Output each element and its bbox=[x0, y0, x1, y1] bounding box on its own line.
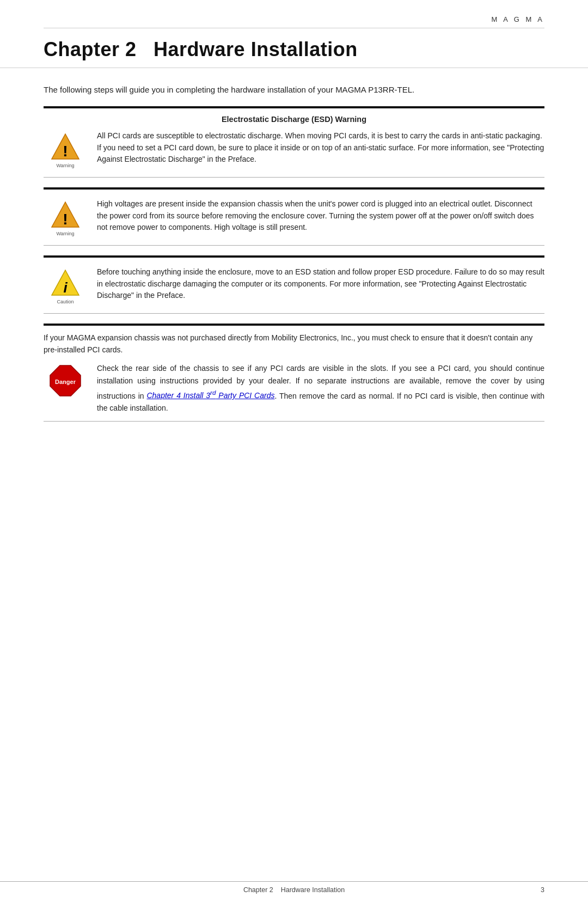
danger-top-text: If your MAGMA expansion chassis was not … bbox=[44, 332, 544, 356]
warning-triangle-icon-2: ! bbox=[50, 200, 81, 229]
esd-caution-box: i Caution Before touching anything insid… bbox=[44, 255, 544, 314]
danger-octagon-icon: Danger bbox=[49, 364, 82, 397]
esd-caution-text: Before touching anything inside the encl… bbox=[97, 266, 544, 302]
brand-label: M A G M A bbox=[492, 15, 544, 23]
intro-paragraph: The following steps will guide you in co… bbox=[0, 68, 588, 106]
esd-warning-icon-area: ! Warning bbox=[44, 130, 87, 168]
footer-section: Hardware Installation bbox=[281, 886, 345, 894]
high-voltage-warning-body: ! Warning High voltages are present insi… bbox=[44, 196, 544, 239]
page-footer: Chapter 2 Hardware Installation 3 bbox=[0, 881, 588, 894]
esd-warning-box: Electrostatic Discharge (ESD) Warning ! … bbox=[44, 106, 544, 178]
esd-caution-label: Caution bbox=[57, 299, 74, 304]
esd-caution-body: i Caution Before touching anything insid… bbox=[44, 264, 544, 307]
high-voltage-warning-label: Warning bbox=[56, 231, 74, 236]
danger-section: If your MAGMA expansion chassis was not … bbox=[44, 324, 544, 422]
footer-chapter-ref: Chapter 2 Hardware Installation bbox=[243, 886, 345, 894]
danger-icon-area: Danger Danger bbox=[44, 362, 87, 405]
chapter4-link-text: Chapter 4 Install 3rd Party PCI Cards bbox=[146, 391, 274, 400]
high-voltage-warning-text: High voltages are present inside the exp… bbox=[97, 198, 544, 234]
chapter-title: Chapter 2 Hardware Installation bbox=[44, 38, 544, 61]
danger-body: Danger Danger Check the rear side of the… bbox=[44, 362, 544, 414]
chapter-section: Hardware Installation bbox=[154, 38, 358, 60]
esd-warning-body: ! Warning All PCI cards are susceptible … bbox=[44, 128, 544, 170]
high-voltage-warning-box: ! Warning High voltages are present insi… bbox=[44, 187, 544, 246]
svg-text:i: i bbox=[63, 279, 68, 296]
chapter-title-area: Chapter 2 Hardware Installation bbox=[0, 28, 588, 68]
intro-text: The following steps will guide you in co… bbox=[44, 85, 414, 94]
caution-triangle-icon: i bbox=[50, 269, 81, 297]
svg-text:Danger: Danger bbox=[55, 379, 76, 385]
warning-triangle-icon: ! bbox=[50, 132, 81, 161]
esd-warning-text: All PCI cards are susceptible to electro… bbox=[97, 130, 544, 166]
high-voltage-icon-area: ! Warning bbox=[44, 198, 87, 236]
footer-page-number: 3 bbox=[541, 886, 544, 894]
svg-text:!: ! bbox=[63, 211, 68, 228]
chapter4-link[interactable]: Chapter 4 Install 3rd Party PCI Cards bbox=[146, 391, 274, 400]
esd-caution-icon-area: i Caution bbox=[44, 266, 87, 304]
esd-warning-header: Electrostatic Discharge (ESD) Warning bbox=[44, 115, 544, 128]
warnings-container: Electrostatic Discharge (ESD) Warning ! … bbox=[44, 106, 544, 431]
svg-text:!: ! bbox=[63, 143, 68, 160]
page-header: M A G M A bbox=[0, 0, 588, 28]
danger-body-text: Check the rear side of the chassis to se… bbox=[97, 362, 544, 414]
chapter-number: Chapter 2 bbox=[44, 38, 137, 60]
esd-warning-label: Warning bbox=[56, 163, 74, 168]
page: M A G M A Chapter 2 Hardware Installatio… bbox=[0, 0, 588, 909]
footer-chapter: Chapter 2 bbox=[243, 886, 273, 894]
